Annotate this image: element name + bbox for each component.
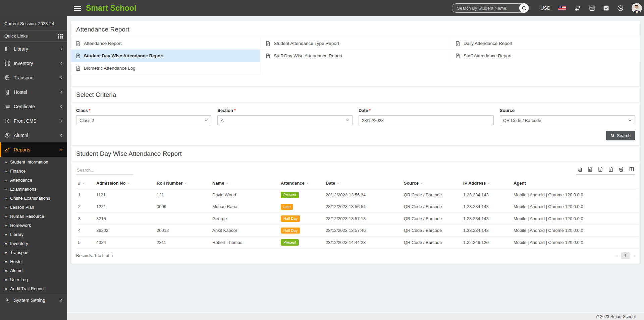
compare-arrows-icon[interactable] xyxy=(574,5,581,11)
sidebar-item-certificate[interactable]: Certificate xyxy=(0,99,67,114)
sidebar-item-inventory[interactable]: Inventory xyxy=(0,56,67,70)
sidebar-item-alumni[interactable]: Alumni xyxy=(0,128,67,142)
language-flag-icon[interactable] xyxy=(558,6,566,10)
submenu-item-finance[interactable]: »Finance xyxy=(0,167,67,176)
sidebar-item-label: Hostel xyxy=(14,89,60,95)
user-circle-icon xyxy=(4,133,10,138)
search-icon xyxy=(522,6,527,11)
global-search-input[interactable] xyxy=(452,6,519,11)
reports-submenu: »Student Information »Finance »Attendanc… xyxy=(0,157,67,294)
sort-icon xyxy=(127,183,130,184)
sort-icon xyxy=(306,183,309,184)
submenu-item-audit-trail-report[interactable]: »Audit Trail Report xyxy=(0,284,67,293)
chart-line-icon xyxy=(4,147,10,152)
gears-icon xyxy=(4,298,10,303)
attendance-badge: Half Day xyxy=(281,228,300,234)
submenu-item-examinations[interactable]: »Examinations xyxy=(0,185,67,194)
calendar-icon[interactable] xyxy=(589,5,595,11)
submenu-item-lesson-plan[interactable]: »Lesson Plan xyxy=(0,203,67,212)
submenu-item-student-information[interactable]: »Student Information xyxy=(0,157,67,167)
double-chevron-icon: » xyxy=(5,286,7,291)
copyright-text: © 2023 Smart School xyxy=(596,314,636,319)
date-label: Date xyxy=(359,108,368,113)
required-marker: * xyxy=(234,108,236,113)
currency-selector[interactable]: USD xyxy=(540,5,550,11)
section-label: Section xyxy=(217,108,233,113)
class-select[interactable]: Class 2 xyxy=(76,115,211,125)
required-marker: * xyxy=(369,108,371,113)
pagination-page-1[interactable]: 1 xyxy=(621,252,630,259)
required-marker: * xyxy=(89,108,91,113)
double-chevron-icon: » xyxy=(5,259,7,264)
submenu-item-transport[interactable]: »Transport xyxy=(0,248,67,257)
double-chevron-icon: » xyxy=(5,196,7,201)
submenu-item-human-resource[interactable]: »Human Resource xyxy=(0,212,67,221)
double-chevron-icon: » xyxy=(5,250,7,255)
report-link-daily-attendance-report[interactable]: Daily Attendance Report xyxy=(450,37,640,50)
file-icon xyxy=(266,41,270,46)
whatsapp-icon[interactable] xyxy=(617,5,624,11)
column-header-source[interactable]: Source xyxy=(402,177,461,189)
sidebar-item-transport[interactable]: Transport xyxy=(0,70,67,85)
date-input[interactable] xyxy=(359,115,494,125)
report-link-biometric-attendance-log[interactable]: Biometric Attendance Log xyxy=(71,62,261,74)
file-icon xyxy=(266,53,270,58)
report-link-staff-attendance-report[interactable]: Staff Attendance Report xyxy=(450,50,640,62)
double-chevron-icon: » xyxy=(5,178,7,183)
submenu-item-hostel[interactable]: »Hostel xyxy=(0,257,67,266)
task-check-icon[interactable] xyxy=(603,5,609,11)
building-icon xyxy=(4,89,10,95)
quick-links[interactable]: Quick Links xyxy=(0,30,67,42)
book-icon xyxy=(4,46,10,52)
submenu-item-homework[interactable]: »Homework xyxy=(0,221,67,230)
submenu-item-attendance[interactable]: »Attendance xyxy=(0,176,67,185)
sidebar-item-label: Transport xyxy=(14,75,60,80)
sidebar-item-system-setting[interactable]: System Setting xyxy=(0,294,67,307)
sidebar-item-hostel[interactable]: Hostel xyxy=(0,85,67,99)
table-search-input[interactable] xyxy=(76,166,133,175)
pagination-next[interactable]: › xyxy=(633,253,635,258)
report-link-student-attendance-type-report[interactable]: Student Attendance Type Report xyxy=(261,37,450,50)
pdf-icon xyxy=(608,167,613,172)
column-header-name[interactable]: Name xyxy=(210,177,279,189)
submenu-item-user-log[interactable]: »User Log xyxy=(0,275,67,284)
submenu-item-library[interactable]: »Library xyxy=(0,230,67,239)
file-icon xyxy=(455,53,460,58)
report-link-staff-day-wise-attendance-report[interactable]: Staff Day Wise Attendance Report xyxy=(261,50,450,62)
sidebar-item-front-cms[interactable]: Front CMS xyxy=(0,114,67,128)
column-header-attendance[interactable]: Attendance xyxy=(279,177,324,189)
section-select[interactable]: A xyxy=(217,115,353,125)
attendance-badge: Late xyxy=(281,204,293,210)
pagination-prev[interactable]: ‹ xyxy=(616,253,618,258)
submenu-item-online-examinations[interactable]: »Online Examinations xyxy=(0,194,67,203)
table-row: 2 1221 0099 Mohan Rana Late 28/12/2023 1… xyxy=(76,201,638,213)
sidebar-item-reports[interactable]: Reports xyxy=(0,142,67,157)
sidebar-item-label: Inventory xyxy=(14,61,60,66)
column-header-date[interactable]: Date xyxy=(324,177,402,189)
source-field: Source QR Code / Barcode xyxy=(500,108,635,125)
print-icon xyxy=(619,167,624,172)
chevron-left-icon xyxy=(60,299,63,302)
quick-links-label: Quick Links xyxy=(4,34,28,39)
submenu-item-inventory[interactable]: »Inventory xyxy=(0,239,67,248)
search-button[interactable]: Search xyxy=(606,131,635,140)
pagination: ‹ 1 › xyxy=(616,252,635,259)
column-header-admission-no[interactable]: Admission No xyxy=(94,177,155,189)
file-icon xyxy=(455,41,460,46)
hamburger-menu-icon[interactable] xyxy=(74,6,81,11)
user-avatar[interactable] xyxy=(632,3,642,13)
column-header-agent[interactable]: Agent xyxy=(512,177,638,189)
report-link-student-day-wise-attendance-report[interactable]: Student Day Wise Attendance Report xyxy=(71,50,261,62)
submenu-item-alumni[interactable]: »Alumni xyxy=(0,266,67,275)
double-chevron-icon: » xyxy=(5,232,7,237)
column-header-ip-address[interactable]: IP Address xyxy=(461,177,512,189)
column-header-roll-number[interactable]: Roll Number xyxy=(155,177,210,189)
report-link-attendance-report[interactable]: Attendance Report xyxy=(71,37,261,50)
source-select[interactable]: QR Code / Barcode xyxy=(500,115,635,125)
column-header-num[interactable]: # xyxy=(76,177,94,189)
chevron-down-icon xyxy=(205,119,208,122)
copy-icon xyxy=(577,167,582,172)
sidebar-item-library[interactable]: Library xyxy=(0,42,67,56)
chevron-left-icon xyxy=(60,62,63,65)
search-submit-button[interactable] xyxy=(519,3,529,13)
